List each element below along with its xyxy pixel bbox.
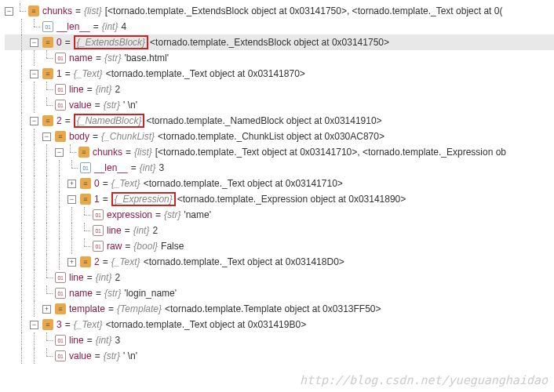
tree-row[interactable]: line = {int} 2	[5, 223, 554, 238]
var-type: {int}	[140, 162, 156, 173]
var-name: raw	[107, 241, 122, 252]
var-value: <tornado.template._Text object at 0x0314…	[144, 178, 343, 189]
var-value: <tornado.template._Expression object at …	[177, 194, 406, 205]
primitive-icon	[55, 84, 66, 95]
var-value: <tornado.template._NamedBlock object at …	[146, 115, 381, 126]
var-value: ' \n'	[123, 350, 137, 361]
var-value: 2	[152, 225, 158, 236]
equals: =	[75, 5, 81, 16]
var-value: [<tornado.template._ExtendsBlock object …	[105, 5, 503, 16]
collapse-icon[interactable]: −	[30, 321, 38, 329]
var-type: {str}	[164, 209, 180, 220]
var-type: {list}	[134, 147, 152, 158]
object-icon	[80, 256, 91, 267]
tree-row[interactable]: raw = {bool} False	[5, 238, 554, 254]
tree-row[interactable]: value = {str} ' \n'	[5, 97, 554, 113]
var-name: 0	[94, 178, 100, 189]
var-value: 'login_name'	[124, 288, 177, 299]
watermark: http://blog.csdn.net/yueguanghaidao	[300, 373, 548, 387]
var-type: {_Text}	[111, 256, 140, 267]
collapse-icon[interactable]: −	[30, 117, 38, 125]
tree-row[interactable]: + 0 = {_Text} <tornado.template._Text ob…	[5, 176, 554, 191]
var-type: {str}	[104, 100, 120, 111]
object-icon	[42, 37, 53, 48]
expand-icon[interactable]: +	[67, 180, 76, 188]
expand-icon[interactable]: +	[67, 258, 76, 267]
collapse-icon[interactable]: −	[5, 7, 13, 16]
tree-row[interactable]: line = {int} 2	[5, 270, 554, 285]
collapse-icon[interactable]: −	[30, 70, 38, 78]
collapse-icon[interactable]: −	[55, 148, 64, 157]
var-name: __len__	[94, 162, 128, 173]
tree-row[interactable]: + 2 = {_Text} <tornado.template._Text ob…	[5, 254, 554, 270]
collapse-icon[interactable]: −	[30, 38, 38, 47]
primitive-icon	[55, 350, 66, 361]
var-name: name	[69, 288, 93, 299]
var-name: value	[69, 100, 92, 111]
list-icon	[28, 5, 39, 16]
tree-row[interactable]: name = {str} 'login_name'	[5, 285, 554, 301]
var-value: 4	[121, 21, 126, 32]
var-type: {Template}	[117, 303, 162, 314]
var-name: line	[107, 225, 122, 236]
var-value: <tornado.template._ChunkList object at 0…	[158, 131, 385, 142]
tree-row-selected[interactable]: − 0 = {_ExtendsBlock} <tornado.template.…	[5, 34, 554, 50]
primitive-icon	[55, 272, 66, 283]
var-type: {bool}	[133, 241, 158, 252]
collapse-icon[interactable]: −	[42, 132, 51, 141]
primitive-icon	[80, 162, 91, 173]
primitive-icon	[55, 100, 66, 111]
var-name: body	[69, 131, 89, 142]
var-type: {_Text}	[74, 68, 103, 79]
var-name: template	[69, 303, 105, 314]
tree-row[interactable]: − chunks = {list} [<tornado.template._Te…	[5, 144, 554, 160]
tree-row[interactable]: − chunks = {list} [<tornado.template._Ex…	[5, 3, 554, 19]
tree-row[interactable]: − body = {_ChunkList} <tornado.template.…	[5, 129, 554, 144]
var-type: {int}	[96, 84, 112, 95]
object-icon	[80, 194, 91, 205]
var-type: {_Text}	[74, 319, 103, 330]
expand-icon[interactable]: +	[42, 305, 51, 314]
object-icon	[42, 68, 53, 79]
var-name: 1	[56, 68, 62, 79]
tree-row[interactable]: expression = {str} 'name'	[5, 207, 554, 223]
var-value: ' \n'	[123, 100, 137, 111]
tree-row[interactable]: − 3 = {_Text} <tornado.template._Text ob…	[5, 317, 554, 332]
tree-row[interactable]: − 1 = {_Text} <tornado.template._Text ob…	[5, 66, 554, 82]
primitive-icon	[55, 288, 66, 299]
tree-row[interactable]: __len__ = {int} 4	[5, 19, 554, 34]
var-value: 2	[115, 84, 120, 95]
var-type: {_Text}	[111, 178, 140, 189]
primitive-icon	[55, 53, 66, 64]
var-name: 0	[56, 37, 62, 48]
var-type: {list}	[84, 5, 102, 16]
list-icon	[78, 147, 89, 158]
primitive-icon	[55, 335, 66, 346]
highlight-box: {_ExtendsBlock}	[74, 35, 148, 49]
tree-row[interactable]: name = {str} 'base.html'	[5, 50, 554, 66]
var-name: __len__	[56, 21, 90, 32]
object-icon	[55, 303, 66, 314]
var-name: line	[69, 272, 84, 283]
tree-row[interactable]: line = {int} 3	[5, 332, 554, 348]
object-icon	[42, 319, 53, 330]
tree-row[interactable]: − 1 = {_Expression} <tornado.template._E…	[5, 191, 554, 207]
primitive-icon	[42, 21, 53, 32]
debug-tree: − chunks = {list} [<tornado.template._Ex…	[0, 0, 554, 364]
var-type: {int}	[96, 335, 112, 346]
tree-row[interactable]: + template = {Template} <tornado.templat…	[5, 301, 554, 317]
tree-row[interactable]: − 2 = {_NamedBlock} <tornado.template._N…	[5, 113, 554, 129]
var-name: expression	[107, 209, 152, 220]
collapse-icon[interactable]: −	[67, 195, 76, 204]
var-name: line	[69, 84, 84, 95]
tree-row[interactable]: line = {int} 2	[5, 82, 554, 97]
var-type: {str}	[104, 350, 120, 361]
var-value: 3	[159, 162, 164, 173]
tree-row[interactable]: __len__ = {int} 3	[5, 160, 554, 176]
var-value: 2	[115, 272, 120, 283]
tree-row[interactable]: value = {str} ' \n'	[5, 348, 554, 364]
var-name: 2	[56, 115, 62, 126]
var-type: {str}	[104, 53, 121, 64]
var-name: chunks	[93, 147, 122, 158]
object-icon	[55, 131, 66, 142]
